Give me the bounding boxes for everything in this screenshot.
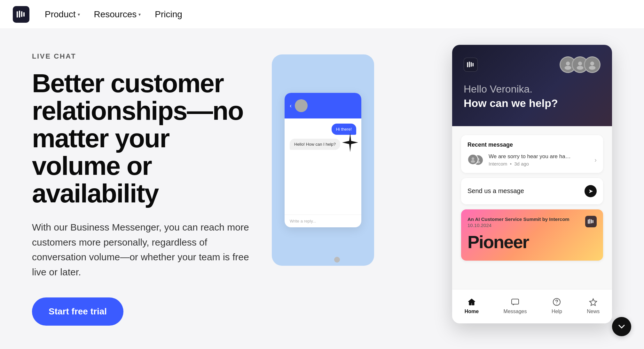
agent-avatars — [560, 56, 601, 73]
help-label: Help — [552, 309, 562, 314]
nav-help[interactable]: Help — [545, 295, 569, 317]
widget-body: Recent message — [452, 126, 612, 289]
svg-rect-21 — [589, 219, 590, 224]
messages-icon — [510, 297, 520, 307]
nav-pricing[interactable]: Pricing — [149, 6, 188, 23]
chat-input-area[interactable]: Write a reply... — [285, 215, 361, 227]
pioneer-card[interactable]: An AI Customer Service Summit by Interco… — [461, 209, 603, 261]
home-icon — [467, 297, 476, 307]
widget-header-top — [464, 56, 601, 73]
chat-preview-header: ‹ — [285, 93, 361, 118]
send-arrow-icon: ➤ — [585, 185, 597, 197]
logo-icon — [16, 9, 26, 20]
svg-rect-1 — [19, 11, 20, 18]
news-label: News — [587, 309, 600, 314]
svg-point-13 — [577, 66, 584, 70]
message-avatars — [467, 154, 484, 166]
navbar: Product ▾ Resources ▾ Pricing — [0, 0, 644, 29]
send-message-label: Send us a message — [467, 187, 524, 195]
logo[interactable] — [13, 6, 29, 23]
dot-indicator — [334, 257, 340, 263]
hero-eyebrow: LIVE CHAT — [32, 52, 253, 61]
scroll-down-button[interactable] — [612, 317, 631, 336]
widget-logo — [464, 58, 478, 72]
recent-message-chevron-icon: › — [594, 156, 597, 164]
product-chevron-icon: ▾ — [78, 12, 80, 17]
svg-rect-6 — [467, 62, 468, 67]
svg-rect-7 — [469, 61, 470, 67]
resources-chevron-icon: ▾ — [138, 12, 141, 17]
nav-resources[interactable]: Resources ▾ — [88, 6, 147, 23]
pioneer-card-logo — [585, 216, 597, 227]
svg-rect-20 — [588, 219, 589, 224]
nav-product[interactable]: Product ▾ — [39, 6, 86, 23]
svg-point-17 — [471, 160, 475, 163]
sparkle-icon — [339, 131, 361, 158]
pioneer-word: Pioneer — [467, 233, 597, 251]
pioneer-event-title: An AI Customer Service Summit by Interco… — [467, 216, 569, 223]
recent-message-label: Recent message — [467, 142, 597, 148]
home-label: Home — [465, 309, 479, 314]
hero-description: With our Business Messenger, you can rea… — [32, 220, 249, 280]
svg-point-4 — [299, 102, 304, 107]
hero-left: LIVE CHAT Better customer relationships—… — [32, 52, 272, 326]
svg-point-16 — [472, 158, 474, 160]
svg-rect-3 — [23, 12, 25, 17]
hero-right: ‹ Hi there! Hello! How can I help? Write… — [272, 45, 612, 333]
hero-section: LIVE CHAT Better customer relationships—… — [0, 29, 644, 349]
recent-message-left: We are sorry to hear you are having is..… — [467, 153, 572, 166]
recent-message-text: We are sorry to hear you are having is..… — [489, 153, 572, 166]
nav-links: Product ▾ Resources ▾ Pricing — [39, 6, 188, 23]
news-icon — [588, 297, 598, 307]
recent-message-preview: We are sorry to hear you are having is..… — [489, 153, 572, 160]
svg-rect-2 — [21, 11, 22, 17]
recent-message-meta: Intercom • 3d ago — [489, 161, 572, 166]
svg-rect-22 — [591, 219, 592, 223]
widget-logo-icon — [467, 61, 475, 69]
start-trial-button[interactable]: Start free trial — [32, 297, 123, 326]
chat-bubble-in: Hello! How can I help? — [290, 139, 340, 150]
pioneer-card-left: An AI Customer Service Summit by Interco… — [467, 216, 569, 228]
widget-greeting: Hello Veronika. How can we help? — [464, 83, 601, 110]
recent-message-card[interactable]: Recent message — [461, 135, 603, 173]
chat-widget: Hello Veronika. How can we help? Recent … — [452, 45, 612, 323]
hero-title: Better customer relationships—no matter … — [32, 69, 253, 207]
svg-point-11 — [565, 66, 571, 70]
widget-header: Hello Veronika. How can we help? — [452, 45, 612, 126]
svg-point-14 — [590, 61, 594, 65]
svg-rect-8 — [471, 62, 472, 67]
recent-message-row: We are sorry to hear you are having is..… — [467, 153, 597, 166]
nav-news[interactable]: News — [580, 295, 606, 317]
blue-background-card: ‹ Hi there! Hello! How can I help? Write… — [272, 54, 374, 266]
chat-avatar — [295, 99, 308, 112]
svg-point-10 — [566, 61, 570, 65]
pioneer-event-date: 10.10.2024 — [467, 223, 569, 228]
svg-point-26 — [556, 304, 557, 304]
pioneer-card-header: An AI Customer Service Summit by Interco… — [467, 216, 597, 228]
svg-point-15 — [589, 66, 596, 70]
widget-footer: Home Messages — [452, 289, 612, 323]
svg-rect-0 — [17, 11, 18, 18]
svg-rect-9 — [473, 63, 474, 66]
svg-rect-24 — [512, 299, 519, 304]
write-reply-placeholder: Write a reply... — [290, 219, 316, 223]
agent-avatar-3 — [584, 56, 601, 73]
svg-point-5 — [297, 107, 305, 112]
svg-point-12 — [578, 61, 582, 65]
messages-label: Messages — [504, 309, 527, 314]
nav-home[interactable]: Home — [458, 295, 485, 317]
send-message-card[interactable]: Send us a message ➤ — [461, 178, 603, 204]
chat-preview-card: ‹ Hi there! Hello! How can I help? Write… — [285, 93, 361, 227]
nav-messages[interactable]: Messages — [497, 295, 533, 317]
help-icon — [552, 297, 562, 307]
pioneer-logo-icon — [587, 218, 594, 225]
svg-rect-23 — [593, 220, 593, 223]
back-arrow-icon[interactable]: ‹ — [290, 102, 292, 109]
